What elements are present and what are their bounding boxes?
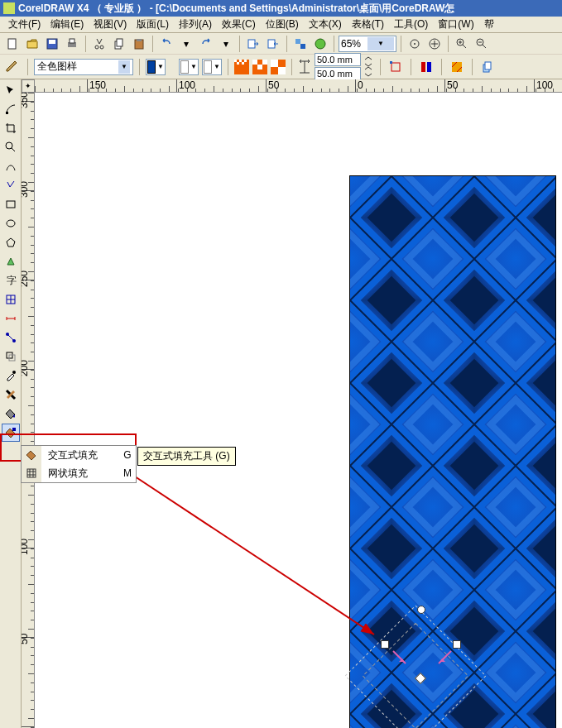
fill-back-swatch2[interactable]: ▼ — [202, 59, 222, 75]
ruler-tick-label: 50 — [22, 631, 30, 644]
svg-rect-23 — [237, 62, 239, 65]
separator — [401, 36, 401, 52]
fill-handle-square[interactable] — [381, 640, 389, 649]
tooltip-text: 交互式填充工具 (G) — [143, 450, 230, 462]
menu-file[interactable]: 文件(F) — [3, 16, 46, 33]
menu-table[interactable]: 表格(T) — [347, 16, 389, 33]
welcome-button[interactable] — [311, 35, 329, 53]
drawing-canvas[interactable] — [35, 93, 562, 728]
separator — [27, 59, 28, 75]
separator — [239, 36, 240, 52]
fill-handle-circle[interactable] — [417, 606, 425, 614]
zoom-tool[interactable] — [2, 138, 20, 156]
separator — [411, 59, 411, 75]
fill-front-swatch[interactable]: ▼ — [146, 59, 166, 75]
menu-text[interactable]: 文本(X) — [304, 16, 347, 33]
mesh-fill-icon — [22, 464, 41, 482]
freehand-tool[interactable] — [2, 157, 20, 175]
table-tool[interactable] — [2, 290, 20, 309]
outline-tool[interactable] — [2, 386, 20, 404]
copy-button[interactable] — [110, 35, 128, 53]
spinner-icon[interactable] — [363, 56, 374, 78]
dimension-tool[interactable] — [2, 309, 20, 328]
rectangle-tool[interactable] — [2, 195, 20, 213]
fill-tool-flyout: 交互式填充 G 网状填充 M — [21, 445, 137, 483]
chevron-down-icon: ▼ — [367, 37, 394, 50]
cut-button[interactable] — [90, 35, 108, 53]
menu-arrange[interactable]: 排列(A) — [174, 16, 217, 33]
redo-dropdown[interactable]: ▾ — [217, 35, 235, 53]
create-pattern-button[interactable] — [448, 58, 466, 76]
smart-tool[interactable] — [2, 176, 20, 194]
menu-help[interactable]: 帮 — [479, 16, 499, 33]
mirror-button[interactable] — [417, 58, 435, 76]
fill-tool[interactable] — [2, 405, 20, 423]
import-button[interactable] — [244, 35, 262, 53]
interactive-fill-tool[interactable] — [2, 424, 20, 442]
menu-effects[interactable]: 效果(C) — [217, 16, 261, 33]
menu-view[interactable]: 视图(V) — [89, 16, 132, 33]
flyout-label: 网状填充 — [41, 467, 119, 481]
svg-point-49 — [12, 371, 16, 374]
save-button[interactable] — [43, 35, 61, 53]
effects-tool[interactable] — [2, 347, 20, 366]
zoom-in-button[interactable] — [453, 35, 471, 53]
fill-back-swatch[interactable]: ▼ — [179, 59, 199, 75]
redo-button[interactable] — [197, 35, 215, 53]
flyout-shortcut: M — [119, 467, 136, 479]
svg-rect-41 — [7, 201, 15, 208]
undo-button[interactable] — [157, 35, 175, 53]
ruler-tick-label: 50 — [268, 79, 279, 91]
vertical-ruler[interactable]: 350 300 250 200 150 100 50 0 — [22, 93, 35, 728]
ruler-origin[interactable]: ✦ — [22, 79, 35, 93]
app-launcher[interactable] — [291, 35, 310, 53]
eyedropper-tool[interactable] — [2, 366, 20, 385]
horizontal-ruler[interactable]: 150 100 50 0 50 100 — [35, 79, 562, 93]
edit-fill-button[interactable] — [3, 58, 22, 76]
polygon-tool[interactable] — [2, 233, 20, 251]
copy-props-button[interactable] — [478, 58, 497, 76]
menu-tools[interactable]: 工具(O) — [389, 16, 433, 33]
tile-height-input[interactable] — [315, 67, 361, 80]
zoom-out-button[interactable] — [473, 35, 491, 53]
menu-layout[interactable]: 版面(L) — [132, 16, 174, 33]
export-button[interactable] — [264, 35, 282, 53]
pattern-small-icon[interactable] — [234, 60, 249, 74]
tile-width-input[interactable] — [315, 53, 361, 66]
snap-button[interactable] — [406, 35, 424, 53]
svg-rect-4 — [70, 39, 74, 43]
svg-rect-50 — [12, 428, 16, 431]
svg-rect-32 — [391, 63, 400, 71]
svg-rect-57 — [27, 469, 36, 477]
print-button[interactable] — [63, 35, 81, 53]
ellipse-tool[interactable] — [2, 214, 20, 232]
fill-type-select[interactable]: 全色图样 ▼ — [34, 59, 133, 75]
new-button[interactable] — [3, 35, 22, 53]
swatch-color — [180, 60, 189, 74]
flyout-item-mesh-fill[interactable]: 网状填充 M — [22, 464, 136, 482]
annotation-arrow — [126, 469, 382, 643]
options-button[interactable] — [425, 35, 444, 53]
svg-point-42 — [7, 220, 15, 227]
flyout-item-interactive-fill[interactable]: 交互式填充 G — [22, 446, 136, 464]
connector-tool[interactable] — [2, 328, 20, 347]
shape-tool[interactable] — [2, 100, 20, 118]
pick-tool[interactable] — [2, 81, 20, 99]
svg-rect-10 — [268, 40, 275, 48]
menu-window[interactable]: 窗口(W) — [433, 16, 478, 33]
open-button[interactable] — [23, 35, 41, 53]
crop-tool[interactable] — [2, 119, 20, 137]
pattern-med-icon[interactable] — [252, 60, 267, 74]
separator — [291, 59, 292, 75]
text-tool[interactable]: 字 — [2, 271, 20, 290]
basic-shapes-tool[interactable] — [2, 252, 20, 271]
fill-handle-square[interactable] — [453, 640, 461, 649]
menu-edit[interactable]: 编辑(E) — [46, 16, 89, 33]
menu-bitmaps[interactable]: 位图(B) — [261, 16, 304, 33]
zoom-level[interactable]: 65% ▼ — [339, 36, 396, 52]
pattern-large-icon[interactable] — [271, 60, 286, 74]
transform-button[interactable] — [387, 58, 405, 76]
undo-dropdown[interactable]: ▾ — [177, 35, 195, 53]
paste-button[interactable] — [130, 35, 148, 53]
svg-rect-21 — [239, 60, 242, 62]
